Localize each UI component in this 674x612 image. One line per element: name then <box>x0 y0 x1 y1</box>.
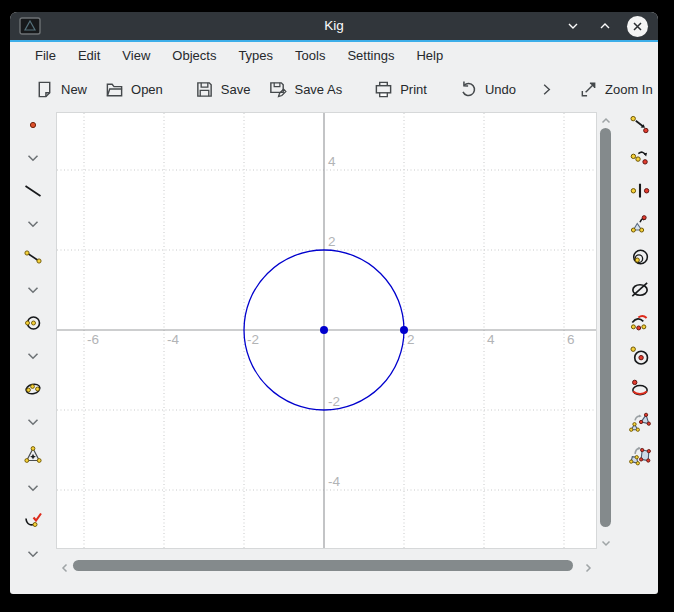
svg-text:-6: -6 <box>87 332 99 347</box>
point-reflection-tool-button[interactable] <box>628 179 652 203</box>
menu-edit[interactable]: Edit <box>67 48 111 63</box>
zoom-in-button[interactable]: Zoom In <box>570 74 658 105</box>
svg-text:2: 2 <box>407 332 415 347</box>
conic-transform-tool-button[interactable] <box>628 377 652 401</box>
line-tools-expander[interactable] <box>21 212 45 236</box>
menu-file[interactable]: File <box>24 48 67 63</box>
horizontal-scrollbar[interactable] <box>56 558 597 574</box>
undo-button[interactable]: Undo <box>450 74 525 105</box>
titlebar: Kig <box>10 12 658 42</box>
kig-window: Kig File Edit View Objects Type <box>10 12 658 594</box>
similitude-icon <box>629 411 651 433</box>
save-label: Save <box>221 82 251 97</box>
arc-test-tool-button[interactable] <box>628 311 652 335</box>
window-controls <box>563 12 648 40</box>
undo-icon <box>459 80 478 99</box>
similitude-tool-button[interactable] <box>628 410 652 434</box>
svg-text:4: 4 <box>487 332 495 347</box>
polygon-tools-expander[interactable] <box>21 476 45 500</box>
reflection-tool-button[interactable] <box>628 212 652 236</box>
vertical-scrollbar-thumb[interactable] <box>600 128 611 527</box>
point-tool-button[interactable] <box>21 113 45 137</box>
circle-by-center-point-icon <box>23 313 43 333</box>
scaling-icon <box>629 246 651 268</box>
conic-icon <box>23 379 43 399</box>
scroll-up-chevron-icon[interactable] <box>600 113 612 125</box>
save-button[interactable]: Save <box>186 74 260 105</box>
menu-view[interactable]: View <box>111 48 161 63</box>
menu-help[interactable]: Help <box>405 48 454 63</box>
close-button[interactable] <box>627 16 648 37</box>
conic-tool-button[interactable] <box>21 377 45 401</box>
new-label: New <box>61 82 87 97</box>
save-icon <box>195 80 214 99</box>
polygon-icon <box>23 445 43 465</box>
chevron-down-icon <box>24 281 42 299</box>
printer-icon <box>374 80 393 99</box>
circle-tools-expander[interactable] <box>21 344 45 368</box>
translation-tool-button[interactable] <box>628 113 652 137</box>
projectivity-icon <box>629 444 651 466</box>
svg-text:2: 2 <box>328 234 336 249</box>
circle-tool-button[interactable] <box>21 311 45 335</box>
polygon-tool-button[interactable] <box>21 443 45 467</box>
geometry-canvas[interactable]: -6-4-224642-2-4 <box>56 112 597 549</box>
print-button[interactable]: Print <box>365 74 436 105</box>
svg-text:4: 4 <box>328 154 336 169</box>
chevron-down-icon <box>24 413 42 431</box>
save-as-button[interactable]: Save As <box>259 74 351 105</box>
svg-text:-2: -2 <box>247 332 259 347</box>
line-icon <box>23 181 43 201</box>
maximize-button[interactable] <box>595 16 615 36</box>
toolbar: New Open Save Save As <box>10 68 658 110</box>
scaling-tool-button[interactable] <box>628 245 652 269</box>
chevron-down-icon <box>24 149 42 167</box>
circular-inversion-tool-button[interactable] <box>628 278 652 302</box>
scroll-down-chevron-icon[interactable] <box>600 535 612 547</box>
new-button[interactable]: New <box>26 74 96 105</box>
inversion-circle-tool-button[interactable] <box>628 344 652 368</box>
print-label: Print <box>400 82 427 97</box>
zoom-in-label: Zoom In <box>605 82 653 97</box>
point-tools-expander[interactable] <box>21 146 45 170</box>
menu-objects[interactable]: Objects <box>161 48 227 63</box>
undo-history-chevron-button[interactable] <box>533 76 560 103</box>
menu-settings[interactable]: Settings <box>336 48 405 63</box>
conic-tools-expander[interactable] <box>21 410 45 434</box>
reflection-icon <box>629 213 651 235</box>
chevron-down-icon <box>24 215 42 233</box>
chevron-down-icon <box>24 479 42 497</box>
close-x-icon <box>632 21 643 32</box>
svg-text:-4: -4 <box>167 332 179 347</box>
translation-icon <box>629 114 651 136</box>
segment-icon <box>23 247 43 267</box>
test-tools-expander[interactable] <box>21 542 45 566</box>
menu-types[interactable]: Types <box>227 48 284 63</box>
scroll-right-chevron-icon[interactable] <box>582 560 594 572</box>
open-button[interactable]: Open <box>96 74 172 105</box>
menu-tools[interactable]: Tools <box>284 48 336 63</box>
undo-label: Undo <box>485 82 516 97</box>
crossed-circle-icon <box>629 279 651 301</box>
chevron-down-icon <box>566 19 580 33</box>
scroll-left-chevron-icon[interactable] <box>59 560 71 572</box>
point-icon <box>23 115 43 135</box>
zoom-in-icon <box>579 80 598 99</box>
window-title: Kig <box>10 12 658 40</box>
vertical-scrollbar[interactable] <box>598 112 614 549</box>
test-check-icon <box>23 511 43 531</box>
segment-tools-expander[interactable] <box>21 278 45 302</box>
chevron-down-icon <box>24 545 42 563</box>
chevron-up-icon <box>598 19 612 33</box>
projectivity-tool-button[interactable] <box>628 443 652 467</box>
rotation-tool-button[interactable] <box>628 146 652 170</box>
line-tool-button[interactable] <box>21 179 45 203</box>
horizontal-scrollbar-thumb[interactable] <box>73 560 573 571</box>
chevron-down-icon <box>24 347 42 365</box>
save-as-label: Save As <box>294 82 342 97</box>
svg-text:-2: -2 <box>328 394 340 409</box>
segment-tool-button[interactable] <box>21 245 45 269</box>
test-tool-button[interactable] <box>21 509 45 533</box>
svg-text:-4: -4 <box>328 474 340 489</box>
minimize-button[interactable] <box>563 16 583 36</box>
